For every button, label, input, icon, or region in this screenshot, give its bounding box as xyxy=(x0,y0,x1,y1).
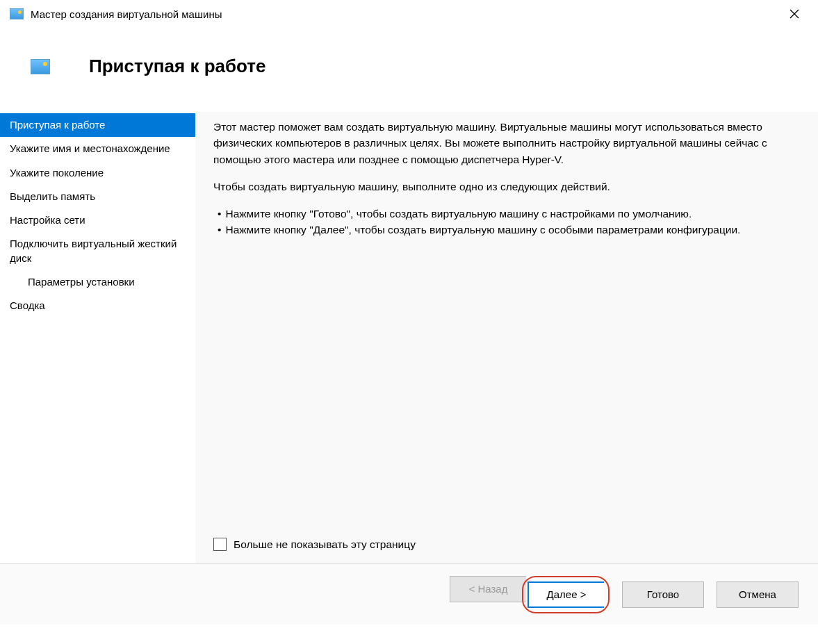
sidebar-step-7[interactable]: Сводка xyxy=(0,294,195,317)
wizard-steps-sidebar: Приступая к работеУкажите имя и местонах… xyxy=(0,112,195,563)
sidebar-step-1[interactable]: Укажите имя и местонахождение xyxy=(0,137,195,160)
wizard-footer: < Назад Далее > Готово Отмена xyxy=(0,563,818,625)
wizard-body: Приступая к работеУкажите имя и местонах… xyxy=(0,112,818,563)
vm-wizard-icon xyxy=(10,8,24,19)
wizard-content: Этот мастер поможет вам создать виртуаль… xyxy=(195,112,818,563)
close-button[interactable] xyxy=(780,3,808,24)
vm-wizard-icon xyxy=(31,59,50,74)
sidebar-step-3[interactable]: Выделить память xyxy=(0,185,195,208)
intro-paragraph: Этот мастер поможет вам создать виртуаль… xyxy=(213,119,804,167)
sidebar-step-2[interactable]: Укажите поколение xyxy=(0,161,195,185)
dont-show-again-row: Больше не показывать эту страницу xyxy=(213,538,804,551)
page-title: Приступая к работе xyxy=(89,56,265,77)
titlebar: Мастер создания виртуальной машины xyxy=(0,0,818,28)
window-title: Мастер создания виртуальной машины xyxy=(31,8,780,20)
finish-button[interactable]: Готово xyxy=(622,581,704,608)
sidebar-step-0[interactable]: Приступая к работе xyxy=(0,113,195,137)
dont-show-again-label: Больше не показывать эту страницу xyxy=(234,538,416,551)
bullet-next: Нажмите кнопку "Далее", чтобы создать ви… xyxy=(225,222,740,238)
next-button[interactable]: Далее > xyxy=(527,581,604,608)
cancel-button[interactable]: Отмена xyxy=(717,581,799,608)
sidebar-step-6[interactable]: Параметры установки xyxy=(0,270,195,294)
dont-show-again-checkbox[interactable] xyxy=(213,538,227,551)
wizard-header: Приступая к работе xyxy=(0,28,818,112)
sidebar-step-5[interactable]: Подключить виртуальный жесткий диск xyxy=(0,232,195,270)
sidebar-step-4[interactable]: Настройка сети xyxy=(0,208,195,232)
bullet-finish: Нажмите кнопку "Готово", чтобы создать в… xyxy=(225,206,692,222)
instruction-bullets: •Нажмите кнопку "Готово", чтобы создать … xyxy=(213,206,804,238)
back-button: < Назад xyxy=(450,576,526,602)
next-button-highlight: Далее > xyxy=(522,576,610,613)
content-text: Этот мастер поможет вам создать виртуаль… xyxy=(213,119,804,238)
instruction-paragraph: Чтобы создать виртуальную машину, выполн… xyxy=(213,179,804,195)
close-icon xyxy=(790,9,799,19)
